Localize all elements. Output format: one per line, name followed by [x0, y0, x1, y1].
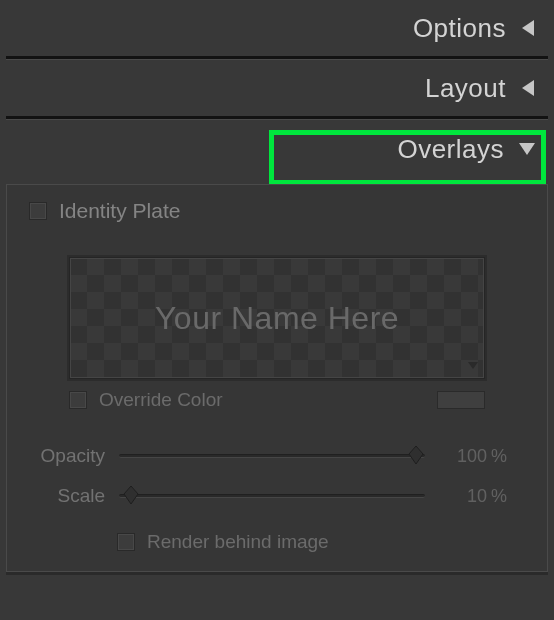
- overlays-panel-label: Overlays: [397, 134, 504, 165]
- opacity-label: Opacity: [23, 445, 119, 467]
- identity-plate-row: Identity Plate: [7, 185, 547, 237]
- override-color-label: Override Color: [99, 389, 425, 411]
- identity-plate-preview[interactable]: Your Name Here: [69, 257, 485, 379]
- svg-marker-3: [468, 362, 478, 369]
- opacity-unit: %: [487, 446, 511, 467]
- render-behind-label: Render behind image: [147, 531, 329, 553]
- scale-label: Scale: [23, 485, 119, 507]
- overlays-panel-header[interactable]: Overlays: [0, 120, 554, 178]
- scale-slider-row: Scale 10 %: [23, 485, 511, 507]
- dropdown-icon: [468, 356, 478, 374]
- collapse-left-icon: [520, 79, 536, 97]
- opacity-slider[interactable]: [119, 446, 425, 466]
- identity-plate-placeholder: Your Name Here: [155, 300, 399, 337]
- options-panel-label: Options: [413, 13, 506, 44]
- opacity-slider-row: Opacity 100 %: [23, 445, 511, 467]
- identity-plate-checkbox[interactable]: [29, 202, 47, 220]
- collapse-left-icon: [520, 19, 536, 37]
- opacity-value[interactable]: 100: [425, 446, 487, 467]
- svg-marker-0: [522, 20, 534, 36]
- override-color-swatch[interactable]: [437, 391, 485, 409]
- identity-plate-label: Identity Plate: [59, 199, 180, 223]
- options-panel-header[interactable]: Options: [0, 0, 554, 56]
- layout-panel-header[interactable]: Layout: [0, 60, 554, 116]
- override-color-checkbox[interactable]: [69, 391, 87, 409]
- expand-down-icon: [518, 141, 536, 157]
- render-behind-row: Render behind image: [7, 525, 547, 571]
- scale-unit: %: [487, 486, 511, 507]
- svg-marker-2: [519, 143, 535, 155]
- slider-group: Opacity 100 % Scale: [7, 445, 547, 507]
- scale-slider[interactable]: [119, 486, 425, 506]
- render-behind-checkbox[interactable]: [117, 533, 135, 551]
- layout-panel-label: Layout: [425, 73, 506, 104]
- override-color-row: Override Color: [69, 389, 485, 411]
- panel-divider: [6, 571, 548, 575]
- svg-marker-1: [522, 80, 534, 96]
- scale-value[interactable]: 10: [425, 486, 487, 507]
- overlays-panel-body: Identity Plate Your Name Here Override C…: [6, 184, 548, 571]
